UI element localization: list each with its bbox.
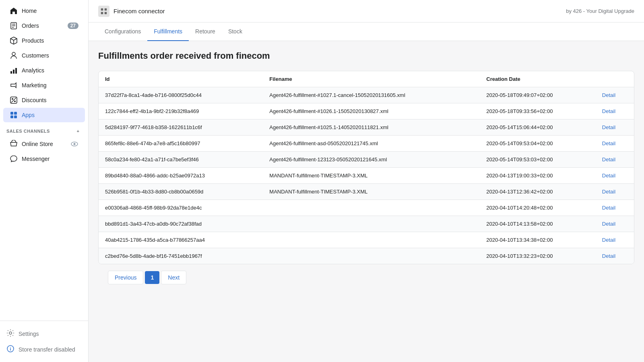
sidebar-item-home[interactable]: Home: [3, 4, 85, 18]
store-transfer-label: Store transfer disabled: [19, 346, 75, 353]
cell-action[interactable]: Detail: [596, 184, 634, 200]
app-title: Finecom connector: [114, 8, 165, 14]
svg-point-20: [74, 143, 76, 145]
sidebar-item-orders[interactable]: Orders 27: [3, 19, 85, 33]
home-icon: [10, 7, 18, 15]
sidebar-item-discounts[interactable]: Discounts: [3, 93, 85, 107]
settings-nav-item[interactable]: Settings: [6, 326, 82, 341]
tab-bar: Configurations Fulfillments Retoure Stoc…: [89, 23, 644, 41]
cell-action[interactable]: Detail: [596, 232, 634, 248]
detail-link[interactable]: Detail: [602, 92, 615, 98]
table-row: 89bd4840-88a0-4866-addc-b25ae0972a13MAND…: [99, 168, 634, 184]
col-header-id: Id: [99, 71, 263, 87]
cell-filename: [263, 232, 480, 248]
cell-filename: Agent426-fulfillment-#1026.1-15052020130…: [263, 103, 480, 119]
pagination: Previous 1 Next: [98, 264, 634, 291]
apps-icon: [10, 111, 18, 119]
cell-action[interactable]: Detail: [596, 216, 634, 232]
cell-creation-date: 2020-04-10T14:13:58+02:00: [480, 216, 596, 232]
detail-link[interactable]: Detail: [602, 124, 615, 130]
detail-link[interactable]: Detail: [602, 189, 615, 195]
svg-rect-9: [13, 70, 14, 74]
detail-link[interactable]: Detail: [602, 221, 615, 227]
table-row: c2bed76e-5d8b-4ade-bf16-7451ebb1967f2020…: [99, 248, 634, 264]
eye-icon: [70, 140, 78, 148]
previous-button[interactable]: Previous: [108, 271, 143, 284]
svg-point-24: [10, 347, 11, 348]
sidebar-item-messenger[interactable]: Messenger: [3, 152, 85, 166]
topbar-left: Finecom connector: [98, 6, 165, 17]
app-icon: [98, 6, 109, 17]
orders-badge: 27: [68, 23, 78, 29]
svg-rect-27: [101, 12, 103, 14]
cell-id: 122c7844-eff2-4b1a-9bf2-219b32f8a469: [99, 103, 263, 119]
orders-icon: [10, 22, 18, 30]
svg-rect-25: [101, 8, 103, 10]
cell-filename: Agent426-fulfillment-#1025.1-14052020111…: [263, 119, 480, 136]
table-row: 58c0a234-fe80-42a1-a71f-ca7be5ef3f46Agen…: [99, 152, 634, 168]
sidebar-item-marketing[interactable]: Marketing: [3, 78, 85, 93]
svg-rect-18: [14, 115, 17, 118]
cell-action[interactable]: Detail: [596, 119, 634, 136]
cell-filename: Agent426-fulfillment-asd-05052020121745.…: [263, 136, 480, 152]
table-row: bbd891d1-3a43-47cb-a0db-90c72af38fad2020…: [99, 216, 634, 232]
tab-fulfillments[interactable]: Fulfillments: [147, 23, 189, 41]
marketing-icon: [10, 81, 18, 89]
svg-line-5: [10, 39, 14, 40]
detail-link[interactable]: Detail: [602, 156, 615, 162]
cell-id: 58c0a234-fe80-42a1-a71f-ca7be5ef3f46: [99, 152, 263, 168]
tab-retoure[interactable]: Retoure: [189, 23, 222, 41]
cell-action[interactable]: Detail: [596, 87, 634, 103]
detail-link[interactable]: Detail: [602, 140, 615, 146]
cell-action[interactable]: Detail: [596, 200, 634, 216]
table-row: 37d22f7a-8ca1-4ade-b716-0800f25d0c44Agen…: [99, 87, 634, 103]
topbar-subtitle: by 426 - Your Digital Upgrade: [566, 8, 634, 14]
detail-link[interactable]: Detail: [602, 108, 615, 114]
detail-link[interactable]: Detail: [602, 173, 615, 179]
cell-filename: MANDANT-fulfillment-TIMESTAMP-3.XML: [263, 184, 480, 200]
sidebar-item-marketing-label: Marketing: [22, 82, 78, 88]
sidebar-item-apps[interactable]: Apps: [3, 108, 85, 122]
sidebar-item-customers[interactable]: Customers: [3, 48, 85, 63]
info-icon: [6, 345, 14, 354]
sidebar-item-analytics[interactable]: Analytics: [3, 63, 85, 78]
cell-id: e00306a8-4868-45ff-98b9-92da78e1de4c: [99, 200, 263, 216]
svg-rect-26: [105, 8, 107, 10]
sidebar-item-analytics-label: Analytics: [22, 67, 78, 74]
cell-action[interactable]: Detail: [596, 248, 634, 264]
next-button[interactable]: Next: [161, 271, 186, 284]
sidebar-item-online-store-label: Online Store: [22, 141, 66, 147]
cell-action[interactable]: Detail: [596, 168, 634, 184]
svg-point-12: [14, 101, 16, 102]
cell-action[interactable]: Detail: [596, 136, 634, 152]
svg-rect-28: [105, 12, 107, 14]
sales-channels-section: SALES CHANNELS +: [0, 123, 88, 136]
tab-stock[interactable]: Stock: [222, 23, 249, 41]
detail-link[interactable]: Detail: [602, 253, 615, 259]
table-header-row: Id Filename Creation Date: [99, 71, 634, 87]
cell-creation-date: 2020-04-13T19:00:33+02:00: [480, 168, 596, 184]
cell-id: 37d22f7a-8ca1-4ade-b716-0800f25d0c44: [99, 87, 263, 103]
detail-link[interactable]: Detail: [602, 237, 615, 243]
add-sales-channel-button[interactable]: +: [74, 128, 82, 135]
sales-channels-title: SALES CHANNELS: [6, 129, 50, 134]
content-area: Fulfillments order received from finecom…: [89, 41, 644, 362]
sidebar-item-online-store[interactable]: Online Store: [3, 137, 85, 151]
discounts-icon: [10, 96, 18, 104]
cell-creation-date: 2020-05-18T09:49:07+02:00: [480, 87, 596, 103]
detail-link[interactable]: Detail: [602, 205, 615, 211]
sidebar-item-products[interactable]: Products: [3, 33, 85, 48]
cell-id: 40ab4215-1786-435d-a5ca-b77866257aa4: [99, 232, 263, 248]
tab-configurations[interactable]: Configurations: [98, 23, 147, 41]
cell-action[interactable]: Detail: [596, 152, 634, 168]
svg-rect-10: [15, 68, 17, 74]
messenger-icon: [10, 155, 18, 163]
cell-creation-date: 2020-04-10T14:20:48+02:00: [480, 200, 596, 216]
cell-creation-date: 2020-05-14T09:53:04+02:00: [480, 136, 596, 152]
cell-id: 5d284197-9f77-4618-b358-1622611b1c6f: [99, 119, 263, 136]
cell-action[interactable]: Detail: [596, 103, 634, 119]
svg-line-6: [14, 39, 17, 40]
table-row: 5d284197-9f77-4618-b358-1622611b1c6fAgen…: [99, 119, 634, 136]
sidebar-item-products-label: Products: [22, 37, 78, 44]
page-content: Fulfillments order received from finecom…: [89, 41, 644, 300]
